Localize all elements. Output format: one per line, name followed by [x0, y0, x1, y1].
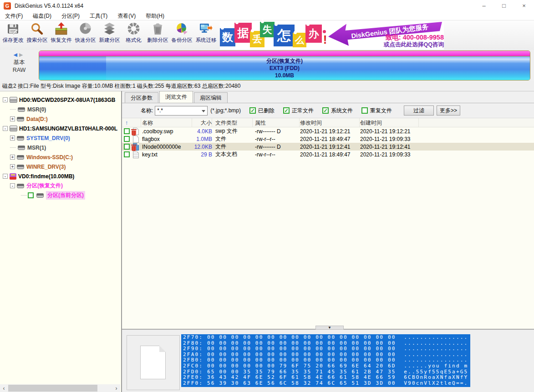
column-attr[interactable]: 属性	[253, 118, 300, 127]
tree-item-current-partition[interactable]: 分区(当前分区)	[21, 191, 121, 200]
toolbar: 保存更改 搜索分区 恢复文件 快速分区 新建分区 格式化 删除分区 备份分区	[0, 20, 534, 50]
splitter-handle[interactable]: ▼	[315, 326, 344, 330]
column-size[interactable]: 大小	[192, 118, 212, 127]
search-partition-button[interactable]: 搜索分区	[25, 21, 49, 49]
checkbox-icon[interactable]: ✓	[249, 107, 256, 114]
tree-item-data-d[interactable]: + Data(D:)	[10, 114, 121, 124]
nav-forward-icon[interactable]: ▶	[19, 52, 25, 57]
row-checkbox[interactable]	[124, 128, 130, 134]
delete-partition-button[interactable]: 删除分区	[146, 21, 170, 49]
system-migration-button[interactable]: 系统迁移	[194, 21, 218, 49]
tree-item-msr1[interactable]: MSR(1)	[10, 143, 121, 152]
partition-block[interactable]: 分区(恢复文件) EXT3 (FDD) 10.0MB	[39, 56, 530, 80]
tree-item-vd0[interactable]: - VD0:findme(10.00MB)	[3, 171, 121, 181]
save-changes-icon	[6, 22, 20, 35]
tree-item-hd1[interactable]: - HD1:SAMSUNGMZVLB1T0HALR-000L	[3, 124, 121, 133]
hex-line: 2F70: 00 00 00 00 00 00 00 00 00 00 00 0…	[183, 335, 468, 341]
tree-item-recovered-partition[interactable]: - 分区(恢复文件)	[10, 181, 121, 191]
partition-fs: EXT3 (FDD)	[39, 65, 530, 72]
partition-checkbox[interactable]	[28, 192, 34, 198]
minimize-button[interactable]: –	[474, 0, 494, 11]
table-row-key-txt[interactable]: key.txt 29 B 文本文档 -rw-r--r-- 2020-11-21 …	[122, 151, 534, 158]
checkbox-icon[interactable]: ✓	[283, 107, 290, 114]
nav-back-icon[interactable]: ◀	[14, 52, 19, 57]
chevron-down-icon[interactable]	[202, 110, 205, 112]
row-checkbox[interactable]	[124, 144, 130, 150]
row-checkbox[interactable]	[124, 136, 130, 142]
tree-item-winre-drv[interactable]: + WINRE_DRV(3)	[10, 162, 121, 171]
name-pattern-combobox[interactable]: *.*	[155, 106, 208, 116]
tree-item-system-drv[interactable]: + SYSTEM_DRV(0)	[10, 133, 121, 143]
menu-help[interactable]: 帮助(H)	[141, 11, 169, 20]
recover-files-button[interactable]: 恢复文件	[49, 21, 73, 49]
expander-icon[interactable]: -	[3, 174, 8, 179]
expander-icon[interactable]: -	[3, 126, 8, 131]
menu-file[interactable]: 文件(F)	[0, 11, 28, 20]
menu-view[interactable]: 查看(V)	[112, 11, 141, 20]
row-checkbox[interactable]	[124, 151, 130, 157]
partition-icon	[17, 184, 24, 188]
expander-icon[interactable]: -	[3, 97, 8, 102]
menu-tools[interactable]: 工具(T)	[85, 11, 112, 20]
expander-icon[interactable]: +	[10, 164, 15, 169]
tree-item-hd0[interactable]: - HD0:WDCWD20SPZX-08UA7(1863GB	[3, 95, 121, 105]
banner-block: 失	[260, 22, 275, 37]
partition-icon	[17, 117, 24, 121]
menu-disk[interactable]: 磁盘(D)	[28, 11, 56, 20]
column-sort[interactable]: ↑	[122, 118, 141, 127]
new-partition-button[interactable]: 新建分区	[97, 21, 122, 49]
expander-icon[interactable]: +	[10, 155, 15, 160]
checkbox-deleted[interactable]: ✓ 已删除	[249, 107, 275, 115]
tab-browse-files[interactable]: 浏览文件	[159, 91, 193, 103]
banner-qq-link[interactable]: 或点击此处选择QQ咨询	[384, 41, 444, 48]
checkbox-duplicate-files[interactable]: 重复文件	[361, 107, 392, 115]
filter-button[interactable]: 过滤	[404, 106, 434, 116]
checkbox-system-files[interactable]: ✓ 系统文件	[322, 107, 353, 115]
tree-horizontal-scrollbar[interactable]: ‹ ›	[0, 384, 120, 392]
quick-partition-icon	[79, 22, 92, 35]
promo-banner[interactable]: 数 据 丢 失 怎 么 办 ! DiskGenius 团队为您服务 致电: 40…	[220, 21, 444, 50]
tab-sector-edit[interactable]: 扇区编辑	[194, 92, 228, 103]
deleted-file-icon	[133, 143, 139, 151]
table-row-inode0000000e[interactable]: INode0000000e 12.0KB 文件 -rw------- D 202…	[122, 143, 534, 151]
document-placeholder-icon	[140, 346, 166, 379]
quick-partition-button[interactable]: 快速分区	[73, 21, 97, 49]
close-button[interactable]: ×	[514, 0, 534, 11]
hard-disk-icon	[10, 97, 17, 103]
disk-selection-strip[interactable]	[39, 51, 530, 56]
column-ctime[interactable]: 创建时间	[360, 118, 419, 127]
tab-partition-params[interactable]: 分区参数	[125, 92, 158, 103]
menu-partition[interactable]: 分区(P)	[56, 11, 85, 20]
tree-item-msr0[interactable]: MSR(0)	[10, 105, 121, 114]
backup-partition-button[interactable]: 备份分区	[170, 21, 194, 49]
column-name[interactable]: 名称	[141, 118, 192, 127]
title-bar: G DiskGenius V5.4.0.1124 x64 – □ ×	[0, 0, 534, 11]
partition-icon	[18, 146, 25, 150]
scroll-left-icon[interactable]: ‹	[0, 385, 8, 392]
scroll-right-icon[interactable]: ›	[112, 385, 120, 392]
table-row-coolboy-swp[interactable]: .coolboy.swp 4.0KB swp 文件 -rw------- D 2…	[122, 127, 534, 135]
scrollbar-thumb[interactable]	[8, 385, 97, 392]
table-row-flagbox[interactable]: flagbox 1.0MB 文件 -rw-r--r-- 2020-11-21 1…	[122, 135, 534, 143]
delete-partition-icon	[151, 22, 164, 35]
tree-item-windows-ssd[interactable]: + Windows-SSD(C:)	[10, 152, 121, 162]
search-partition-icon	[31, 22, 44, 35]
checkbox-normal-files[interactable]: ✓ 正常文件	[283, 107, 314, 115]
checkbox-icon[interactable]	[361, 107, 368, 114]
maximize-button[interactable]: □	[494, 0, 514, 11]
more-button[interactable]: 更多>>	[437, 106, 460, 116]
hex-preview[interactable]: 2F70: 00 00 00 00 00 00 00 00 00 00 00 0…	[181, 334, 470, 387]
expander-icon[interactable]: +	[10, 136, 15, 141]
column-type[interactable]: 文件类型	[212, 118, 253, 127]
save-changes-button[interactable]: 保存更改	[1, 21, 25, 49]
window-title: DiskGenius V5.4.0.1124 x64	[15, 3, 83, 9]
collapse-triangle-icon: ▼	[328, 326, 331, 330]
checkbox-icon[interactable]: ✓	[322, 107, 329, 114]
partition-bar[interactable]: 分区(恢复文件) EXT3 (FDD) 10.0MB	[39, 50, 530, 80]
column-mtime[interactable]: 修改时间	[300, 118, 360, 127]
expander-icon[interactable]: -	[10, 183, 15, 188]
format-icon	[127, 22, 140, 35]
format-button[interactable]: 格式化	[122, 21, 146, 49]
expander-icon[interactable]: +	[10, 116, 15, 121]
partition-strip-row: ◀▶ 基本 RAW 分区(恢复文件) EXT3 (FDD) 10.0MB	[0, 50, 534, 81]
